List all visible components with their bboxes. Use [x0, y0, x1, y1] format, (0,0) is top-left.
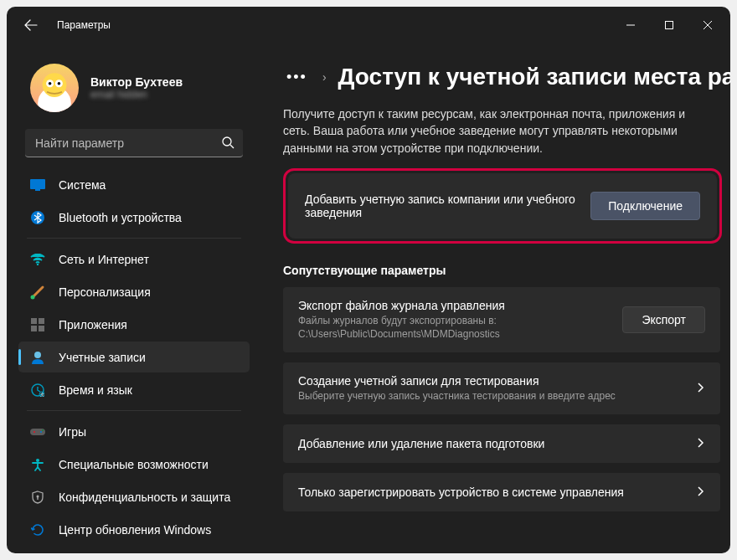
sidebar-item-label: Bluetooth и устройства [59, 211, 182, 224]
sidebar-item-games[interactable]: Игры [18, 416, 250, 447]
sidebar-item-update[interactable]: Центр обновления Windows [18, 514, 250, 545]
svg-point-5 [49, 82, 52, 85]
sidebar-item-system[interactable]: Система [18, 169, 250, 200]
sidebar-item-label: Персонализация [59, 285, 151, 299]
svg-point-14 [31, 295, 35, 299]
close-button[interactable] [688, 12, 727, 39]
system-icon [30, 177, 45, 193]
svg-point-25 [40, 431, 42, 433]
chevron-right-icon [695, 436, 705, 451]
sidebar-item-label: Система [59, 178, 106, 192]
gamepad-icon [30, 424, 45, 439]
sidebar-item-label: Конфиденциальность и защита [59, 491, 230, 504]
chevron-right-icon [695, 381, 705, 396]
card-title: Создание учетной записи для тестирования [298, 374, 682, 388]
profile-block[interactable]: Виктор Бухтеев email hidden [18, 44, 250, 124]
maximize-icon [665, 21, 673, 29]
clock-icon: 文 [30, 383, 45, 398]
svg-point-8 [223, 137, 231, 146]
main-content: ••• › Доступ к учетной записи места ра П… [258, 44, 730, 553]
sidebar-item-label: Специальные возможности [59, 458, 209, 471]
sidebar-item-apps[interactable]: Приложения [18, 309, 250, 340]
settings-window: Параметры [7, 7, 730, 553]
profile-email: email hidden [90, 89, 183, 100]
page-description: Получите доступ к таким ресурсам, как эл… [283, 105, 710, 157]
highlighted-connect-card: Добавить учетную запись компании или уче… [283, 168, 722, 244]
avatar-image [32, 67, 77, 112]
svg-rect-1 [666, 22, 673, 29]
search-row [25, 129, 243, 157]
svg-rect-10 [30, 179, 45, 189]
chevron-right-icon: › [322, 70, 327, 84]
sidebar-item-label: Время и язык [59, 383, 132, 397]
svg-point-13 [37, 263, 39, 265]
svg-point-7 [58, 82, 61, 85]
svg-point-24 [34, 431, 35, 433]
back-button[interactable] [18, 13, 44, 38]
minimize-button[interactable] [611, 12, 650, 39]
svg-rect-18 [39, 326, 44, 331]
sidebar-item-label: Приложения [59, 318, 127, 331]
accessibility-icon [30, 457, 45, 472]
enroll-only-card[interactable]: Только зарегистрировать устройство в сис… [283, 473, 720, 511]
connect-card: Добавить учетную запись компании или уче… [288, 173, 717, 239]
search-input[interactable] [25, 129, 243, 157]
sidebar-item-label: Игры [59, 425, 86, 439]
sidebar-item-bluetooth[interactable]: Bluetooth и устройства [18, 202, 250, 233]
sidebar-item-privacy[interactable]: Конфиденциальность и защита [18, 481, 250, 512]
svg-rect-16 [39, 318, 44, 324]
window-title: Параметры [57, 19, 111, 31]
arrow-left-icon [24, 18, 38, 32]
svg-rect-17 [31, 326, 37, 331]
provisioning-card[interactable]: Добавление или удаление пакета подготовк… [283, 424, 720, 463]
avatar [30, 64, 79, 112]
card-title: Добавление или удаление пакета подготовк… [298, 437, 682, 450]
sidebar-item-label: Центр обновления Windows [59, 523, 211, 537]
window-body: Виктор Бухтеев email hidden Система Blue… [7, 44, 730, 553]
titlebar: Параметры [7, 7, 730, 44]
svg-line-9 [230, 145, 234, 148]
search-icon [221, 136, 234, 152]
sidebar-divider [27, 410, 241, 411]
sidebar-item-personalization[interactable]: Персонализация [18, 276, 250, 307]
sidebar: Виктор Бухтеев email hidden Система Blue… [7, 44, 258, 553]
related-heading: Сопутствующие параметры [283, 264, 730, 277]
card-title: Только зарегистрировать устройство в сис… [298, 486, 682, 499]
svg-text:文: 文 [40, 392, 44, 397]
sidebar-divider [27, 238, 241, 239]
sidebar-nav: Система Bluetooth и устройства Сеть и Ин… [18, 169, 250, 553]
profile-name: Виктор Бухтеев [90, 75, 183, 89]
sidebar-item-accounts[interactable]: Учетные записи [18, 342, 250, 372]
chevron-right-icon [695, 485, 705, 500]
svg-rect-11 [35, 189, 40, 191]
maximize-button[interactable] [650, 12, 688, 39]
connect-card-title: Добавить учетную запись компании или уче… [305, 193, 577, 219]
export-button[interactable]: Экспорт [622, 306, 705, 333]
sidebar-item-time[interactable]: 文 Время и язык [18, 374, 250, 405]
profile-text: Виктор Бухтеев email hidden [90, 75, 183, 100]
apps-icon [30, 317, 45, 332]
shield-icon [30, 490, 45, 505]
svg-rect-29 [37, 497, 38, 500]
update-icon [30, 522, 45, 537]
page-title: Доступ к учетной записи места ра [338, 64, 730, 90]
brush-icon [30, 285, 45, 300]
card-subtitle: Выберите учетную запись участника тестир… [298, 389, 682, 403]
minimize-icon [626, 21, 635, 29]
sidebar-item-accessibility[interactable]: Специальные возможности [18, 449, 250, 480]
account-icon [30, 350, 45, 365]
sidebar-item-label: Учетные записи [59, 351, 146, 364]
breadcrumb-ellipsis[interactable]: ••• [283, 69, 311, 86]
connect-card-text: Добавить учетную запись компании или уче… [305, 193, 577, 219]
card-title: Экспорт файлов журнала управления [298, 299, 609, 312]
wifi-icon [30, 252, 45, 267]
connect-button[interactable]: Подключение [590, 192, 700, 220]
svg-point-27 [36, 459, 39, 462]
test-account-card[interactable]: Создание учетной записи для тестирования… [283, 362, 720, 414]
sidebar-item-network[interactable]: Сеть и Интернет [18, 244, 250, 275]
sidebar-item-label: Сеть и Интернет [59, 253, 149, 266]
breadcrumb: ••• › Доступ к учетной записи места ра [283, 64, 730, 90]
export-logs-card: Экспорт файлов журнала управления Файлы … [283, 287, 720, 352]
svg-point-19 [34, 352, 41, 358]
close-icon [704, 21, 712, 29]
